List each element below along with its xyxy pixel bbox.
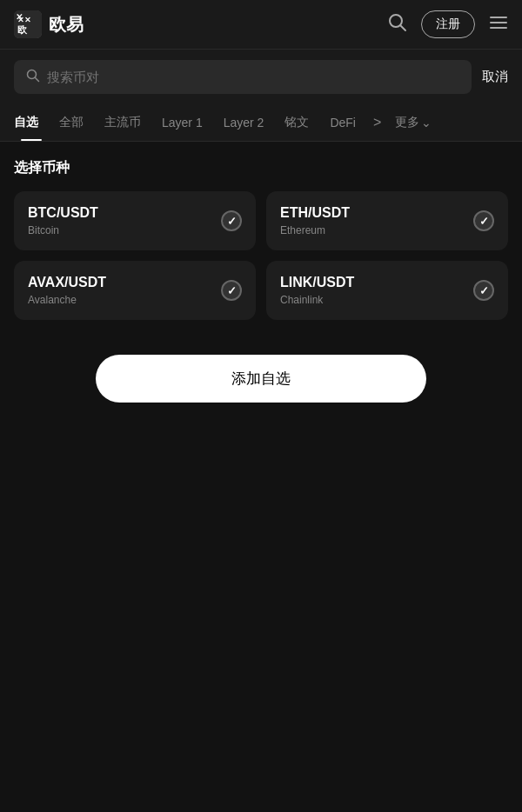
svg-line-4	[400, 25, 405, 30]
search-icon[interactable]	[388, 13, 407, 37]
coin-check-eth[interactable]	[473, 210, 494, 231]
coin-info-link: LINK/USDT Chainlink	[280, 275, 354, 306]
section-title: 选择币种	[14, 159, 508, 177]
coin-card-link[interactable]: LINK/USDT Chainlink	[266, 261, 508, 320]
coin-card-eth[interactable]: ETH/USDT Ethereum	[266, 191, 508, 250]
svg-text:欧: 欧	[17, 24, 28, 35]
tab-favorites[interactable]: 自选	[14, 104, 49, 141]
coin-card-btc[interactable]: BTC/USDT Bitcoin	[14, 191, 256, 250]
tab-bar: 自选 全部 主流币 Layer 1 Layer 2 铭文 DeFi > 更多 ⌄	[0, 104, 522, 142]
chevron-down-icon: ⌄	[421, 116, 432, 130]
menu-icon[interactable]	[489, 13, 508, 37]
header: ✕✕ 欧 欧易 注册	[0, 0, 522, 50]
coin-check-link[interactable]	[473, 280, 494, 301]
svg-line-9	[36, 78, 39, 82]
coin-pair-btc: BTC/USDT	[28, 205, 98, 221]
coin-name-eth: Ethereum	[280, 224, 350, 236]
coin-name-link: Chainlink	[280, 294, 354, 306]
header-actions: 注册	[388, 10, 508, 38]
tab-layer2[interactable]: Layer 2	[213, 105, 275, 140]
coin-check-btc[interactable]	[221, 210, 242, 231]
register-button[interactable]: 注册	[421, 10, 475, 38]
logo-text: 欧易	[49, 13, 84, 37]
coin-grid: BTC/USDT Bitcoin ETH/USDT Ethereum AVAX/…	[14, 191, 508, 320]
svg-text:✕✕: ✕✕	[17, 16, 31, 24]
add-favorites-button[interactable]: 添加自选	[96, 355, 426, 403]
add-button-container: 添加自选	[14, 355, 508, 403]
tab-layer1[interactable]: Layer 1	[151, 105, 213, 140]
coin-info-btc: BTC/USDT Bitcoin	[28, 205, 98, 236]
cancel-button[interactable]: 取消	[482, 69, 508, 85]
coin-check-avax[interactable]	[221, 280, 242, 301]
coin-pair-avax: AVAX/USDT	[28, 275, 106, 290]
coin-card-avax[interactable]: AVAX/USDT Avalanche	[14, 261, 256, 320]
coin-info-avax: AVAX/USDT Avalanche	[28, 275, 106, 306]
tab-more-button[interactable]: 更多 ⌄	[388, 104, 438, 141]
search-input[interactable]	[47, 70, 459, 84]
coin-pair-eth: ETH/USDT	[280, 205, 350, 221]
search-input-wrapper	[14, 60, 472, 94]
tab-mainstream[interactable]: 主流币	[94, 104, 151, 141]
coin-name-avax: Avalanche	[28, 294, 106, 306]
coin-name-btc: Bitcoin	[28, 224, 98, 236]
logo-icon: ✕✕ 欧	[14, 10, 42, 38]
tab-arrow-icon[interactable]: >	[366, 104, 388, 141]
coin-pair-link: LINK/USDT	[280, 275, 354, 290]
logo: ✕✕ 欧 欧易	[14, 10, 84, 38]
tab-inscription[interactable]: 铭文	[274, 104, 319, 141]
search-bar-container: 取消	[0, 50, 522, 104]
coin-info-eth: ETH/USDT Ethereum	[280, 205, 350, 236]
tab-more-label: 更多	[395, 115, 419, 130]
tab-all[interactable]: 全部	[49, 104, 94, 141]
search-icon-small	[26, 69, 40, 85]
main-content: 选择币种 BTC/USDT Bitcoin ETH/USDT Ethereum …	[0, 142, 522, 420]
tab-defi[interactable]: DeFi	[319, 105, 366, 140]
